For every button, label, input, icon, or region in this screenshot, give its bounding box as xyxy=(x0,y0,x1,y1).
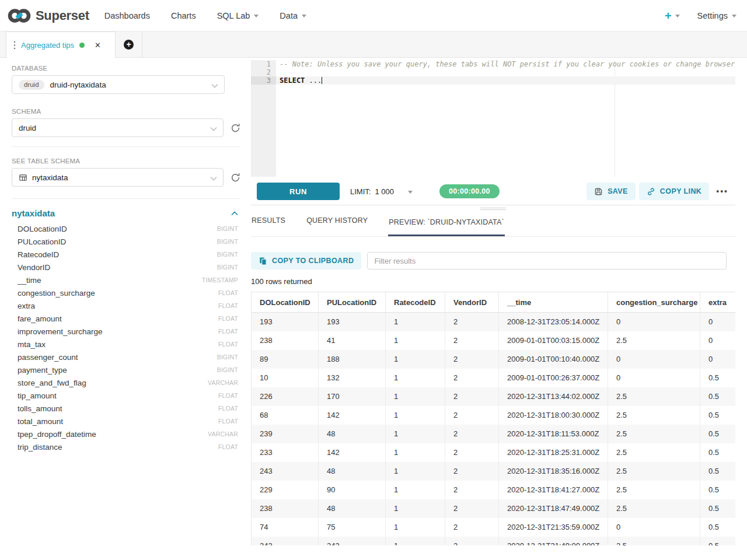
table-cell: 0.5 xyxy=(700,443,736,462)
column-header[interactable]: __time xyxy=(499,292,608,313)
query-tab-aggregated-tips[interactable]: Aggregated tips ✕ xyxy=(6,32,116,58)
close-tab-icon[interactable]: ✕ xyxy=(95,41,101,50)
run-button[interactable]: RUN xyxy=(257,183,340,200)
table-row: 243243122020-12-31T21:49:00.000Z2.50.5 xyxy=(252,537,736,546)
table-row: 193193122008-12-31T23:05:14.000Z00 xyxy=(252,313,736,331)
table-cell: 0.5 xyxy=(700,406,736,425)
column-header[interactable]: extra xyxy=(700,292,736,313)
nav-item-dashboards[interactable]: Dashboards xyxy=(104,11,150,20)
table-cell: 0.5 xyxy=(700,462,736,481)
more-options-button[interactable]: ••• xyxy=(713,184,732,198)
column-type: FLOAT xyxy=(218,289,238,296)
schema-column-row: congestion_surchargeFLOAT xyxy=(12,286,240,299)
save-button[interactable]: SAVE xyxy=(587,183,636,200)
copy-link-button[interactable]: COPY LINK xyxy=(639,183,709,200)
database-select[interactable]: druid druid-nytaxidata xyxy=(12,75,225,94)
refresh-tables-icon[interactable] xyxy=(231,173,240,183)
schema-column-row: __timeTIMESTAMP xyxy=(12,274,240,286)
table-cell: 2 xyxy=(445,406,499,425)
refresh-schemas-icon[interactable] xyxy=(231,123,240,133)
table-cell: 2.5 xyxy=(608,537,700,546)
schema-select-value: druid xyxy=(19,124,36,132)
column-name: mta_tax xyxy=(18,340,46,349)
column-name: improvement_surcharge xyxy=(18,327,103,336)
table-cell: 1 xyxy=(386,425,445,443)
preview-table-container[interactable]: DOLocationIDPULocationIDRatecodeIDVendor… xyxy=(251,292,735,545)
brand-name: Superset xyxy=(36,8,89,23)
nav-item-data[interactable]: Data xyxy=(280,11,306,20)
schema-column-row: mta_taxFLOAT xyxy=(12,338,240,351)
table-cell: 1 xyxy=(386,350,445,369)
add-tab-button[interactable]: + xyxy=(116,32,142,58)
nav-item-charts[interactable]: Charts xyxy=(171,11,196,20)
caret-down-icon xyxy=(732,15,736,18)
sql-editor[interactable]: 1 -- Note: Unless you save your query, t… xyxy=(251,60,735,177)
column-header[interactable]: VendorID xyxy=(445,292,499,313)
schema-column-row: tip_amountFLOAT xyxy=(12,389,240,402)
editor-active-line: 3 SELECT ... xyxy=(251,76,735,85)
table-row: 23841122009-01-01T00:03:15.000Z2.50 xyxy=(252,331,736,350)
table-cell: 2009-01-01T00:03:15.000Z xyxy=(499,331,608,350)
table-cell: 1 xyxy=(386,499,445,518)
chevron-up-icon[interactable] xyxy=(231,211,238,216)
column-header[interactable]: PULocationID xyxy=(319,292,386,313)
schema-column-row: passenger_countBIGINT xyxy=(12,351,240,363)
table-cell: 2 xyxy=(445,518,499,537)
column-type: TIMESTAMP xyxy=(202,276,238,284)
table-row: 24348122020-12-31T18:35:16.000Z2.50.5 xyxy=(252,462,736,481)
table-cell: 2 xyxy=(445,425,499,443)
column-header[interactable]: congestion_surcharge xyxy=(608,292,700,313)
column-name: total_amount xyxy=(18,417,63,426)
column-name: fare_amount xyxy=(18,314,62,323)
query-toolbar: RUN LIMIT: 1 000 00:00:00.00 SAVE xyxy=(251,178,735,205)
copy-to-clipboard-button[interactable]: COPY TO CLIPBOARD xyxy=(251,252,361,270)
new-item-menu[interactable]: + xyxy=(665,10,680,22)
tab-results[interactable]: RESULTS xyxy=(251,216,286,236)
column-header[interactable]: DOLocationID xyxy=(252,292,319,313)
drag-handle-icon xyxy=(13,41,16,50)
table-cell: 243 xyxy=(319,537,386,546)
table-schema-label: SEE TABLE SCHEMA xyxy=(12,158,240,164)
schema-column-row: payment_typeBIGINT xyxy=(12,363,240,376)
column-type: BIGINT xyxy=(217,264,238,271)
settings-menu[interactable]: Settings xyxy=(697,11,736,20)
table-cell: 0 xyxy=(608,369,700,387)
copy-icon xyxy=(259,257,267,265)
table-cell: 226 xyxy=(252,387,319,406)
table-cell: 238 xyxy=(252,499,319,518)
pane-resize-handle[interactable] xyxy=(251,208,735,212)
line-number: 2 xyxy=(251,68,276,76)
superset-sql-lab: Superset Dashboards Charts SQL Lab Data … xyxy=(0,0,747,560)
table-row: 10132122009-01-01T00:26:37.000Z00.5 xyxy=(252,369,736,387)
table-row: 89188122009-01-01T00:10:40.000Z00 xyxy=(252,350,736,369)
table-schema-header[interactable]: nytaxidata xyxy=(12,208,240,218)
line-number: 1 xyxy=(251,60,276,68)
nav-menu: Dashboards Charts SQL Lab Data xyxy=(104,11,306,20)
table-cell: 1 xyxy=(386,331,445,350)
table-select[interactable]: nytaxidata xyxy=(12,168,224,187)
column-type: FLOAT xyxy=(218,302,238,309)
superset-logo[interactable]: Superset xyxy=(7,6,89,25)
nav-item-sql-lab[interactable]: SQL Lab xyxy=(217,11,259,20)
query-timer: 00:00:00.00 xyxy=(439,184,500,198)
table-cell: 2009-01-01T00:26:37.000Z xyxy=(499,369,608,387)
table-cell: 48 xyxy=(319,499,386,518)
table-cell: 1 xyxy=(386,481,445,499)
navbar-right: + Settings xyxy=(665,10,736,22)
filter-results-input[interactable] xyxy=(367,252,727,270)
limit-dropdown[interactable]: LIMIT: 1 000 xyxy=(350,187,413,196)
table-row: 23848122020-12-31T18:47:49.000Z2.50.5 xyxy=(252,499,736,518)
table-cell: 2020-12-31T18:25:31.000Z xyxy=(499,443,608,462)
table-cell: 0 xyxy=(608,518,700,537)
schema-select[interactable]: druid xyxy=(12,118,224,137)
column-name: VendorID xyxy=(18,263,50,272)
tab-preview[interactable]: PREVIEW: `DRUID-NYTAXIDATA` xyxy=(388,218,505,236)
tab-query-history[interactable]: QUERY HISTORY xyxy=(306,216,368,236)
table-cell: 229 xyxy=(252,481,319,499)
column-header[interactable]: RatecodeID xyxy=(386,292,445,313)
preview-table: DOLocationIDPULocationIDRatecodeIDVendor… xyxy=(251,292,735,545)
schema-column-row: PULocationIDBIGINT xyxy=(12,235,240,248)
rows-returned-text: 100 rows returned xyxy=(251,277,312,286)
schema-column-row: tolls_amountFLOAT xyxy=(12,402,240,415)
schema-column-row: store_and_fwd_flagVARCHAR xyxy=(12,376,240,389)
